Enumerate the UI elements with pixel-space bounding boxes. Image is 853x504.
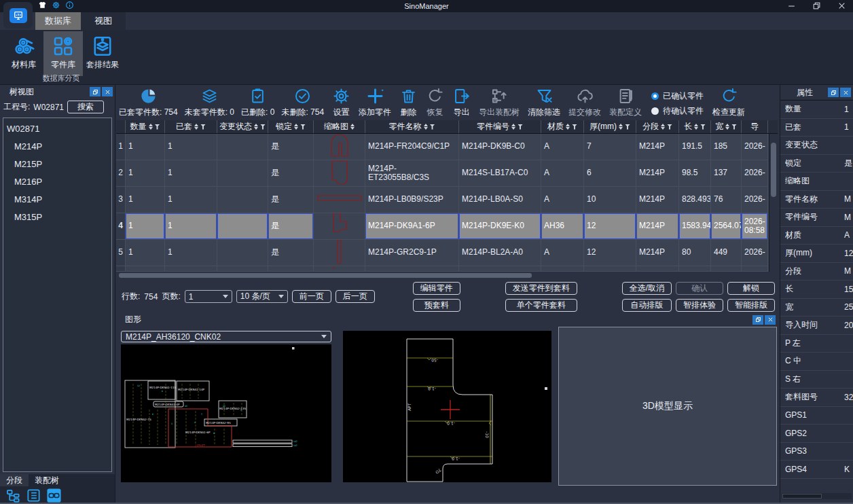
column-header-8[interactable]: 厚(mm) xyxy=(584,120,636,133)
filter-icon[interactable] xyxy=(731,124,737,130)
property-row-15[interactable]: S 右 xyxy=(780,371,853,389)
cell-section[interactable]: M214P xyxy=(636,160,679,187)
sort-icon[interactable] xyxy=(725,124,729,130)
cell-locked[interactable]: 是 xyxy=(268,187,314,213)
minimize-button[interactable] xyxy=(787,1,796,10)
nest-action-0[interactable]: 发送零件到套料 xyxy=(505,282,577,295)
tool-button-0[interactable]: 设置 xyxy=(332,85,350,118)
cell-material[interactable]: A xyxy=(541,240,584,266)
layout-action-4[interactable]: 智排体验 xyxy=(676,299,723,312)
table-vertical-scrollbar[interactable] xyxy=(769,134,778,272)
cell-section[interactable]: M214P xyxy=(636,187,679,213)
table-row[interactable]: 311是M214P-LB0B9/S23PM214P-LB0A-S0A10M214… xyxy=(116,187,778,213)
cell-length[interactable]: 191.5 xyxy=(679,134,711,160)
cell-code[interactable]: M214P-DK9E-K0 xyxy=(459,213,541,240)
cell-code[interactable]: M214S-LB17A-C0 xyxy=(459,160,541,187)
ribbon-tab-view[interactable]: 视图 xyxy=(81,12,126,30)
cell-length[interactable]: 98.5 xyxy=(679,160,711,187)
prev-page-button[interactable]: 前一页 xyxy=(292,290,331,303)
cell-nested[interactable]: 1 xyxy=(165,213,217,240)
tree-item-M315P[interactable]: M315P xyxy=(3,209,111,226)
column-header-7[interactable]: 材质 xyxy=(541,120,584,133)
cell-code[interactable]: M214P-DK9B-C0 xyxy=(459,134,541,160)
tool-button-1[interactable]: 添加零件 xyxy=(359,85,391,118)
filter-icon[interactable] xyxy=(200,124,206,130)
cell-width[interactable]: 2564.07 xyxy=(711,213,742,240)
cell-section[interactable]: M214P xyxy=(636,213,679,240)
cell-code[interactable]: M214P-BL2A-A0 xyxy=(459,240,541,266)
column-header-10[interactable]: 长 xyxy=(679,120,711,133)
column-header-3[interactable]: 锁定 xyxy=(268,120,314,133)
tool-button-4[interactable]: 导出 xyxy=(452,85,471,118)
property-row-14[interactable]: C 中 xyxy=(780,353,853,371)
float-panel-icon[interactable] xyxy=(752,315,763,325)
sort-icon[interactable] xyxy=(694,124,698,130)
property-row-8[interactable]: 厚(mm)12 xyxy=(780,245,853,263)
table-row[interactable]: 211是M214P-ET23055B8/C3SM214S-LB17A-C0A6M… xyxy=(116,160,778,187)
sort-icon[interactable] xyxy=(254,124,258,130)
cell-material[interactable]: A xyxy=(541,187,584,213)
check-update-button[interactable]: 检查更新 xyxy=(712,85,745,118)
cell-width[interactable]: 185 xyxy=(711,134,742,160)
cell-qty[interactable]: 1 xyxy=(126,134,165,160)
radio-icon[interactable] xyxy=(651,107,659,115)
table-row[interactable]: 511是M214P-GR2C9-1PM214P-BL2A-A0A12M214P8… xyxy=(116,240,778,266)
table-row[interactable]: 111是M214P-FR204C9/C1PM214P-DK9B-C0A7M214… xyxy=(116,134,778,160)
sort-icon[interactable] xyxy=(566,124,570,130)
filter-icon[interactable] xyxy=(300,124,306,130)
bottom-tab-装配树[interactable]: 装配树 xyxy=(29,474,65,486)
cell-change[interactable] xyxy=(217,240,268,266)
property-row-10[interactable]: 长15 xyxy=(780,281,853,299)
cell-locked[interactable]: 是 xyxy=(268,134,314,160)
layout-action-0[interactable]: 全选/取消 xyxy=(622,282,672,295)
page-select[interactable]: 1 xyxy=(185,290,232,303)
cell-thickness[interactable]: 12 xyxy=(584,213,636,240)
part-action-1[interactable]: 预套料 xyxy=(413,299,460,312)
tree-structure-icon[interactable] xyxy=(5,488,21,502)
filter-icon[interactable] xyxy=(260,124,266,130)
cell-change[interactable] xyxy=(217,213,268,240)
cell-nested[interactable]: 1 xyxy=(165,240,217,266)
close-button[interactable] xyxy=(837,1,846,10)
cell-import[interactable]: 2026- 08:58 xyxy=(742,213,768,240)
tree-item-M314P[interactable]: M314P xyxy=(3,191,111,209)
ribbon-button-parts-grid[interactable]: 零件库 xyxy=(43,31,83,76)
property-row-9[interactable]: 分段M xyxy=(780,263,853,281)
sort-icon[interactable] xyxy=(294,124,298,130)
3d-model-viewer[interactable]: 3D模型显示 xyxy=(558,327,777,486)
cell-nested[interactable]: 1 xyxy=(165,134,217,160)
sort-icon[interactable] xyxy=(619,124,623,130)
properties-scroll-handle[interactable] xyxy=(782,494,822,499)
filter-icon[interactable] xyxy=(572,124,577,130)
close-panel-icon[interactable] xyxy=(840,88,851,97)
cell-thumb[interactable] xyxy=(314,213,365,240)
filter-icon[interactable] xyxy=(625,124,630,130)
cell-import[interactable]: 2026- xyxy=(742,134,768,160)
cell-name[interactable]: M214P-GR2C9-1P xyxy=(365,240,459,266)
cell-section[interactable]: M214P xyxy=(636,240,679,266)
table-row[interactable]: 411是M214P-DK9A1-6PM214P-DK9E-K0AH3612M21… xyxy=(116,213,778,240)
column-header-1[interactable]: 已套 xyxy=(165,120,217,133)
sort-icon[interactable] xyxy=(194,124,198,130)
cell-qty[interactable]: 1 xyxy=(126,187,165,213)
cell-length[interactable]: 1583.94 xyxy=(679,213,711,240)
cell-material[interactable]: A xyxy=(541,134,584,160)
property-row-12[interactable]: 导入时间20 xyxy=(780,317,853,335)
cell-thumb[interactable] xyxy=(314,160,365,187)
tree-item-M215P[interactable]: M215P xyxy=(3,156,111,173)
cell-material[interactable]: A xyxy=(541,160,584,187)
tree-item-W02871[interactable]: W02871 xyxy=(3,120,111,138)
layout-action-1[interactable]: 确认 xyxy=(676,282,723,295)
cell-name[interactable]: M214P-DK9A1-6P xyxy=(365,213,459,240)
cell-change[interactable] xyxy=(217,160,268,187)
tree-item-M214P[interactable]: M214P xyxy=(3,138,111,156)
restore-button[interactable] xyxy=(812,1,821,10)
column-header-0[interactable]: 数量 xyxy=(126,120,165,133)
property-row-20[interactable]: GPS4K xyxy=(780,461,853,479)
ribbon-button-pipes[interactable]: 材料库 xyxy=(4,31,43,76)
filter-icon[interactable] xyxy=(430,124,435,130)
cell-change[interactable] xyxy=(217,187,268,213)
cell-import[interactable]: 2026- xyxy=(742,240,768,266)
property-row-0[interactable]: 数量1 xyxy=(780,101,853,119)
filter-icon[interactable] xyxy=(667,124,672,130)
